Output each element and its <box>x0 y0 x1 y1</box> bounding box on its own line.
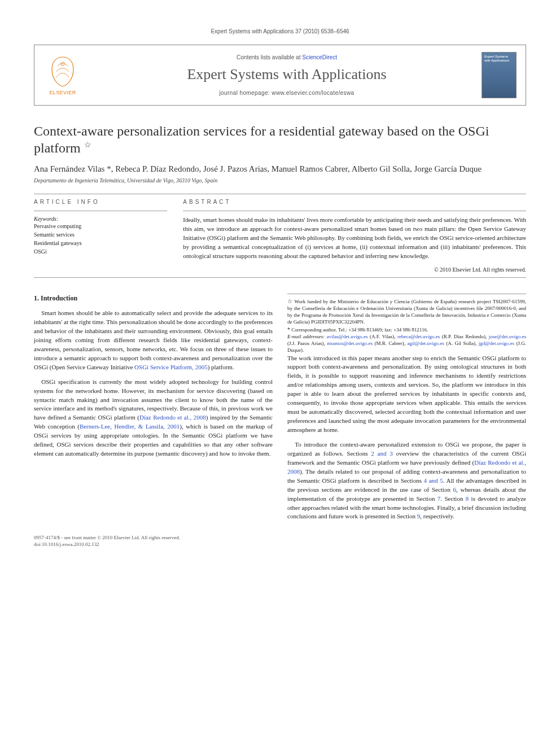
keywords-label: Keywords: <box>34 216 167 222</box>
journal-cover-text: Expert Systems with Applications <box>484 55 514 62</box>
corr-text: Corresponding author. Tel.: +34 986 8134… <box>291 327 428 333</box>
author-list: Ana Fernández Vilas *, Rebeca P. Díaz Re… <box>34 163 526 175</box>
body-two-columns: 1. Introduction Smart homes should be ab… <box>34 294 526 522</box>
keyword: Residential gateways <box>34 239 167 247</box>
article-info-label: ARTICLE INFO <box>34 199 167 205</box>
email-owner: (J.J. Pazos Arias) <box>287 340 323 346</box>
doi-line: doi:10.1016/j.eswa.2010.02.132 <box>34 541 526 548</box>
funding-footnote-mark: ☆ <box>287 298 293 304</box>
author-email-link[interactable]: avilas@det.uvigo.es <box>327 334 368 339</box>
funding-footnote: ☆ Work funded by the Ministerio de Educa… <box>287 298 526 326</box>
divider <box>34 211 167 211</box>
body-text: , respectively. <box>420 513 454 519</box>
doi-block: 0957-4174/$ - see front matter © 2010 El… <box>34 535 526 548</box>
keyword: Pervasive computing <box>34 222 167 230</box>
funding-footnote-text: Work funded by the Ministerio de Educaci… <box>287 299 526 325</box>
body-text: ) platform. <box>208 364 234 370</box>
footnotes-block: ☆ Work funded by the Ministerio de Educa… <box>287 294 526 354</box>
author-email-link[interactable]: jose@det.uvigo.es <box>489 334 526 339</box>
email-owner: (A. Gil Solla) <box>446 340 475 346</box>
body-paragraph: To introduce the context-aware personali… <box>287 440 526 521</box>
front-matter-line: 0957-4174/$ - see front matter © 2010 El… <box>34 535 526 541</box>
running-head: Expert Systems with Applications 37 (201… <box>34 28 526 34</box>
body-text: Smart homes should be able to automatica… <box>34 309 273 370</box>
journal-homepage: journal homepage: www.elsevier.com/locat… <box>92 90 482 96</box>
divider <box>34 277 526 278</box>
contents-prefix: Contents lists available at <box>237 54 302 60</box>
email-owner: (A.F. Vilas) <box>370 334 394 339</box>
body-paragraph: OSGi specification is currently the most… <box>34 378 273 458</box>
author-email-link[interactable]: mramos@det.uvigo.es <box>327 340 373 346</box>
keywords-list: Pervasive computing Semantic services Re… <box>34 222 167 256</box>
affiliation: Departamento de Ingeniería Telemática, U… <box>34 177 526 184</box>
journal-title: Expert Systems with Applications <box>92 66 482 83</box>
divider <box>34 194 526 194</box>
contents-available-line: Contents lists available at ScienceDirec… <box>92 54 482 60</box>
corr-mark: * <box>287 326 290 333</box>
sciencedirect-link[interactable]: ScienceDirect <box>302 54 337 60</box>
article-title-text: Context-aware personalization services f… <box>34 124 489 155</box>
publisher-name: ELSEVIER <box>49 90 76 95</box>
section-link[interactable]: 2 and 3 <box>371 450 392 457</box>
elsevier-logo: ELSEVIER <box>43 53 82 98</box>
author-email-link[interactable]: jgd@det.uvigo.es <box>479 340 514 346</box>
author-email-link[interactable]: rebeca@det.uvigo.es <box>397 334 440 339</box>
body-paragraph: The work introduced in this paper means … <box>287 354 526 435</box>
emails-label: E-mail addresses: <box>287 334 327 339</box>
keyword: OSGi <box>34 247 167 256</box>
abstract-copyright: © 2010 Elsevier Ltd. All rights reserved… <box>183 267 526 273</box>
section-heading-introduction: 1. Introduction <box>34 294 273 303</box>
title-footnote-mark: ☆ <box>84 141 91 149</box>
abstract-label: ABSTRACT <box>183 199 526 205</box>
body-paragraph: Smart homes should be able to automatica… <box>34 309 273 372</box>
divider <box>183 211 526 211</box>
citation-link[interactable]: Díaz Redondo et al., 2008 <box>139 414 206 421</box>
article-info-column: ARTICLE INFO Keywords: Pervasive computi… <box>34 199 167 273</box>
emails-footnote: E-mail addresses: avilas@det.uvigo.es (A… <box>287 333 526 353</box>
journal-cover-thumbnail: Expert Systems with Applications <box>482 52 517 98</box>
author-email-link[interactable]: agil@det.uvigo.es <box>408 340 444 346</box>
journal-header-box: ELSEVIER Contents lists available at Sci… <box>34 45 526 106</box>
citation-link[interactable]: OSGi Service Platform, 2005 <box>134 364 208 370</box>
abstract-column: ABSTRACT Ideally, smart homes should mak… <box>183 199 526 273</box>
corresponding-author-footnote: * Corresponding author. Tel.: +34 986 81… <box>287 326 526 334</box>
email-owner: (M.R. Cabrer) <box>374 340 404 346</box>
citation-link[interactable]: Berners-Lee, Hendler, & Lassila, 2001 <box>80 423 180 430</box>
body-text: . Section <box>440 495 465 502</box>
email-owner: (R.P. Díaz Redondo) <box>442 334 485 339</box>
article-title: Context-aware personalization services f… <box>34 123 526 156</box>
abstract-text: Ideally, smart homes should make its inh… <box>183 216 526 261</box>
section-link[interactable]: 4 and 5 <box>424 477 443 484</box>
keyword: Semantic services <box>34 230 167 239</box>
